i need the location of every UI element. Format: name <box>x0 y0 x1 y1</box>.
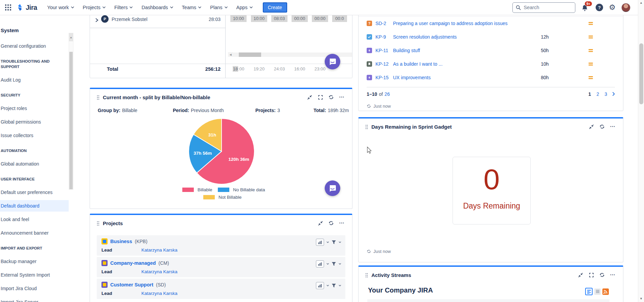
project-lead-link[interactable]: Katarzyna Karska <box>141 269 178 274</box>
sidebar-item-default-dashboard[interactable]: Default dashboard <box>0 200 69 212</box>
nav-your-work[interactable]: Your work <box>47 5 74 10</box>
chevron-down-icon[interactable] <box>326 285 329 286</box>
nav-plans[interactable]: Plans <box>210 5 227 10</box>
issue-summary-link[interactable]: As a builder I want to ... <box>393 61 442 67</box>
chart-view-button[interactable] <box>316 239 324 246</box>
page-1-current[interactable]: 1 <box>589 91 591 97</box>
minimize-gadget-icon[interactable] <box>307 94 312 100</box>
gadget-refresh-status[interactable]: Just now <box>367 104 391 109</box>
sidebar-item-project-roles[interactable]: Project roles <box>1 105 69 111</box>
project-link[interactable]: Customer Support <box>110 282 153 287</box>
timesheet-day-cell[interactable]: 00:00 <box>312 15 328 22</box>
rss-feed-icon[interactable] <box>602 288 609 295</box>
timesheet-day-cell[interactable]: 10:00 <box>230 15 247 22</box>
timesheet-day-cell[interactable]: 00:0 <box>332 15 347 22</box>
user-avatar[interactable] <box>621 3 630 12</box>
drag-handle-icon[interactable] <box>97 95 99 100</box>
chart-view-button[interactable] <box>316 282 324 289</box>
sidebar-item-announcement-banner[interactable]: Announcement banner <box>1 230 69 236</box>
nav-projects[interactable]: Projects <box>83 5 106 10</box>
issue-key-link[interactable]: SD-2 <box>375 21 393 26</box>
project-lead-link[interactable]: Katarzyna Karska <box>141 247 178 253</box>
timesheet-day-cell[interactable]: 10:00 <box>251 15 267 22</box>
issue-key-link[interactable]: KP-9 <box>375 34 393 40</box>
project-link[interactable]: Business <box>110 239 132 244</box>
notifications-button[interactable]: 9+ <box>581 2 590 13</box>
sidebar-item-import-jira-cloud[interactable]: Import Jira Cloud <box>1 285 69 292</box>
gadget-menu-icon[interactable]: ••• <box>339 94 345 100</box>
filter-icon[interactable] <box>331 262 336 266</box>
sidebar-item-external-system-import[interactable]: External System Import <box>1 272 69 278</box>
sidebar-item-import-jira-server[interactable]: Import Jira Server <box>1 299 69 302</box>
create-button[interactable]: Create <box>263 2 287 13</box>
nav-apps[interactable]: Apps <box>236 5 253 10</box>
sidebar-item-issue-collectors[interactable]: Issue collectors <box>1 132 69 138</box>
chevron-down-icon[interactable] <box>339 285 341 286</box>
help-icon[interactable]: ? <box>596 4 603 11</box>
issue-summary-link[interactable]: UX improvements <box>393 75 431 80</box>
sidebar-item-default-user-preferences[interactable]: Default user preferences <box>1 189 69 195</box>
billable-pie-chart[interactable]: 120h 36m37h 56m31h <box>188 117 255 185</box>
issue-summary-link[interactable]: Screen resolution adjustments <box>393 34 457 40</box>
expand-gadget-icon[interactable] <box>589 272 594 278</box>
refresh-gadget-icon[interactable] <box>599 124 605 129</box>
scrollbar-thumb[interactable] <box>239 52 261 57</box>
sidebar-item-general-configuration[interactable]: General configuration <box>1 43 69 49</box>
refresh-gadget-icon[interactable] <box>328 94 334 100</box>
minimize-gadget-icon[interactable] <box>578 272 583 278</box>
jira-logo[interactable]: Jira <box>16 4 37 12</box>
issue-key-link[interactable]: KP-12 <box>375 61 393 67</box>
minimize-gadget-icon[interactable] <box>318 220 323 226</box>
gadget-menu-icon[interactable]: ••• <box>610 124 616 129</box>
nav-dashboards[interactable]: Dashboards <box>141 5 173 10</box>
drag-handle-icon[interactable] <box>365 125 368 129</box>
sidebar-item-backup-manager[interactable]: Backup manager <box>1 258 69 264</box>
gadget-menu-icon[interactable]: ••• <box>610 272 616 278</box>
refresh-gadget-icon[interactable] <box>599 272 605 278</box>
pagination-total-link[interactable]: 26 <box>385 91 390 97</box>
expand-row-chevron-icon[interactable] <box>95 17 98 23</box>
expand-gadget-icon[interactable] <box>318 94 323 100</box>
search-input[interactable] <box>524 5 568 10</box>
minimize-gadget-icon[interactable] <box>589 124 594 129</box>
sidebar-scrollbar-thumb[interactable] <box>69 52 73 189</box>
issue-key-link[interactable]: KP-11 <box>375 48 393 53</box>
chart-view-button[interactable] <box>316 260 324 267</box>
gadget-menu-icon[interactable]: ••• <box>339 220 345 226</box>
timesheet-day-cell[interactable]: 08:03 <box>271 15 288 22</box>
scroll-up-icon[interactable]: ▲ <box>638 0 644 5</box>
sidebar-item-look-and-feel[interactable]: Look and feel <box>1 216 69 222</box>
gadget-refresh-status[interactable]: Just now <box>367 249 391 254</box>
settings-gear-icon[interactable]: ⚙ <box>609 4 616 11</box>
scroll-left-icon[interactable]: ◀ <box>228 52 233 57</box>
nav-filters[interactable]: Filters <box>114 5 133 10</box>
drag-handle-icon[interactable] <box>365 273 368 278</box>
timesheet-user-name[interactable]: Przemek Sobstel <box>112 17 147 22</box>
sidebar-item-global-automation[interactable]: Global automation <box>1 161 69 167</box>
issue-key-link[interactable]: KP-15 <box>375 75 393 80</box>
chevron-down-icon[interactable] <box>326 263 329 265</box>
window-scrollbar-thumb[interactable] <box>639 43 643 104</box>
chevron-down-icon[interactable] <box>339 263 341 265</box>
window-scrollbar[interactable]: ▲ ▼ <box>638 0 644 302</box>
chat-messenger-button[interactable] <box>325 180 340 196</box>
refresh-gadget-icon[interactable] <box>328 220 334 226</box>
list-view-icon[interactable] <box>594 288 601 295</box>
chevron-down-icon[interactable] <box>339 241 341 243</box>
timesheet-day-cell[interactable]: 00:00 <box>292 15 308 22</box>
sidebar-scroll-up-icon[interactable]: ▲ <box>69 33 73 41</box>
project-link[interactable]: Company-managed <box>110 260 156 266</box>
project-lead-link[interactable]: Katarzyna Karska <box>141 291 178 296</box>
issue-summary-link[interactable]: Building stuff <box>393 48 420 53</box>
chevron-down-icon[interactable] <box>326 241 329 243</box>
app-switcher-icon[interactable] <box>3 3 13 12</box>
stream-view-selected-icon[interactable] <box>585 288 593 295</box>
sidebar-scrollbar[interactable]: ▲ <box>69 33 73 190</box>
chat-messenger-button[interactable] <box>325 54 340 69</box>
next-page-chevron-icon[interactable] <box>613 92 615 96</box>
issue-summary-link[interactable]: Preparing a user campaign to address ado… <box>393 21 508 26</box>
filter-icon[interactable] <box>331 240 336 244</box>
drag-handle-icon[interactable] <box>97 221 99 226</box>
nav-teams[interactable]: Teams <box>182 5 202 10</box>
sidebar-item-audit-log[interactable]: Audit Log <box>1 77 69 83</box>
